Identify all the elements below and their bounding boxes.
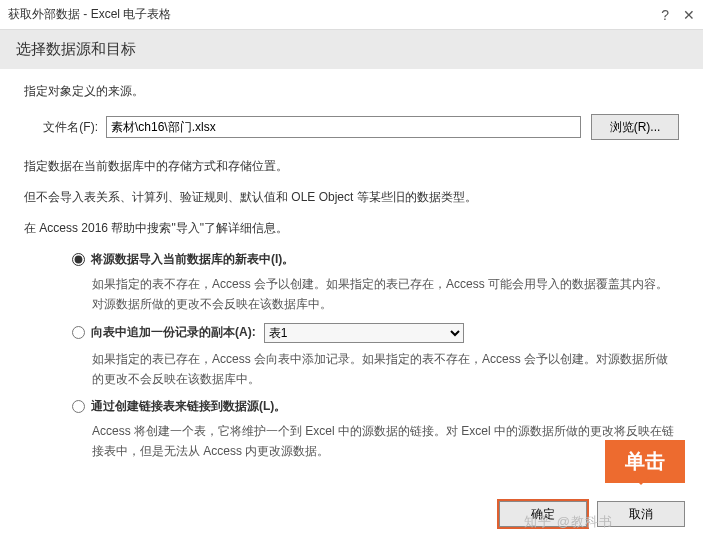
para-notimport: 但不会导入表关系、计算列、验证规则、默认值和 OLE Object 等某些旧的数… <box>24 189 679 206</box>
radio-append-label: 向表中追加一份记录的副本(A): <box>91 324 256 341</box>
radio-link-label: 通过创建链接表来链接到数据源(L)。 <box>91 398 286 415</box>
filename-label: 文件名(F): <box>36 119 106 136</box>
watermark: 知乎 @教科书 <box>524 513 613 531</box>
window-title: 获取外部数据 - Excel 电子表格 <box>8 6 661 23</box>
radio-link[interactable] <box>72 400 85 413</box>
radio-import-new-desc: 如果指定的表不存在，Access 会予以创建。如果指定的表已存在，Access … <box>92 274 679 315</box>
append-table-select[interactable]: 表1 <box>264 323 464 343</box>
para-help: 在 Access 2016 帮助中搜索"导入"了解详细信息。 <box>24 220 679 237</box>
radio-append-desc: 如果指定的表已存在，Access 会向表中添加记录。如果指定的表不存在，Acce… <box>92 349 679 390</box>
close-icon[interactable]: ✕ <box>683 7 695 23</box>
radio-link-desc: Access 将创建一个表，它将维护一个到 Excel 中的源数据的链接。对 E… <box>92 421 679 462</box>
radio-import-new-label: 将源数据导入当前数据库的新表中(I)。 <box>91 251 294 268</box>
callout-click: 单击 <box>605 440 685 483</box>
intro-text: 指定对象定义的来源。 <box>24 83 679 100</box>
radio-import-new[interactable] <box>72 253 85 266</box>
filename-input[interactable] <box>106 116 581 138</box>
help-icon[interactable]: ? <box>661 7 669 23</box>
para-storage: 指定数据在当前数据库中的存储方式和存储位置。 <box>24 158 679 175</box>
section-header: 选择数据源和目标 <box>0 30 703 69</box>
radio-append[interactable] <box>72 326 85 339</box>
browse-button[interactable]: 浏览(R)... <box>591 114 679 140</box>
